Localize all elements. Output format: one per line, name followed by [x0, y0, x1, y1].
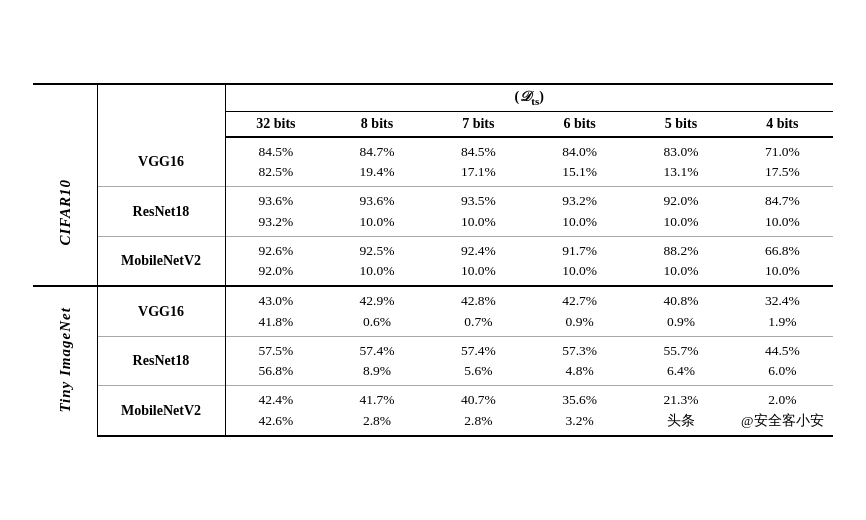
data-cell: 35.6%3.2%: [529, 386, 630, 436]
data-cell: 71.0%17.5%: [732, 137, 833, 187]
network-cell: ResNet18: [97, 187, 225, 237]
col-4bits: 4 bits: [732, 111, 833, 137]
data-cell: 84.0%15.1%: [529, 137, 630, 187]
data-cell: 55.7%6.4%: [630, 336, 731, 386]
data-cell: 93.6%93.2%: [225, 187, 326, 237]
data-cell: 57.5%56.8%: [225, 336, 326, 386]
data-cell: 84.5%82.5%: [225, 137, 326, 187]
data-cell: 93.2%10.0%: [529, 187, 630, 237]
network-cell: ResNet18: [97, 336, 225, 386]
table-row: MobileNetV292.6%92.0%92.5%10.0%92.4%10.0…: [33, 236, 833, 286]
table-row: ResNet1857.5%56.8%57.4%8.9%57.4%5.6%57.3…: [33, 336, 833, 386]
data-cell: 93.5%10.0%: [428, 187, 529, 237]
data-cell: 21.3%头条: [630, 386, 731, 436]
network-cell: MobileNetV2: [97, 386, 225, 436]
network-cell: VGG16: [97, 137, 225, 187]
data-cell: 84.7%19.4%: [326, 137, 427, 187]
dataset-cell-cifar10: CIFAR10: [33, 137, 97, 287]
data-cell: 91.7%10.0%: [529, 236, 630, 286]
data-cell: 83.0%13.1%: [630, 137, 731, 187]
data-cell: 92.6%92.0%: [225, 236, 326, 286]
data-cell: 40.8%0.9%: [630, 286, 731, 336]
col-32bits: 32 bits: [225, 111, 326, 137]
data-cell: 44.5%6.0%: [732, 336, 833, 386]
data-cell: 42.7%0.9%: [529, 286, 630, 336]
data-cell: 92.5%10.0%: [326, 236, 427, 286]
data-cell: 57.4%8.9%: [326, 336, 427, 386]
dataset-cell-tiny-imagenet: Tiny ImageNet: [33, 286, 97, 436]
data-cell: 32.4%1.9%: [732, 286, 833, 336]
data-cell: 66.8%10.0%: [732, 236, 833, 286]
data-cell: 40.7%2.8%: [428, 386, 529, 436]
table-row: MobileNetV242.4%42.6%41.7%2.8%40.7%2.8%3…: [33, 386, 833, 436]
data-cell: 41.7%2.8%: [326, 386, 427, 436]
data-cell: 42.9%0.6%: [326, 286, 427, 336]
col-7bits: 7 bits: [428, 111, 529, 137]
data-cell: 84.7%10.0%: [732, 187, 833, 237]
data-cell: 92.0%10.0%: [630, 187, 731, 237]
data-cell: 42.4%42.6%: [225, 386, 326, 436]
col-network-header: [97, 84, 225, 137]
data-cell: 93.6%10.0%: [326, 187, 427, 237]
table-row: Tiny ImageNetVGG1643.0%41.8%42.9%0.6%42.…: [33, 286, 833, 336]
data-cell: 57.3%4.8%: [529, 336, 630, 386]
accuracy-math: 𝒟ts: [519, 89, 539, 104]
data-cell: 2.0%@安全客小安: [732, 386, 833, 436]
table-wrapper: (𝒟ts) 32 bits 8 bits 7 bits 6 bits 5 bit…: [3, 63, 863, 457]
table-row: ResNet1893.6%93.2%93.6%10.0%93.5%10.0%93…: [33, 187, 833, 237]
data-cell: 88.2%10.0%: [630, 236, 731, 286]
col-6bits: 6 bits: [529, 111, 630, 137]
accuracy-header: (𝒟ts): [225, 84, 833, 111]
col-dataset-header: [33, 84, 97, 137]
col-8bits: 8 bits: [326, 111, 427, 137]
col-5bits: 5 bits: [630, 111, 731, 137]
data-cell: 84.5%17.1%: [428, 137, 529, 187]
table-row: CIFAR10VGG1684.5%82.5%84.7%19.4%84.5%17.…: [33, 137, 833, 187]
data-cell: 43.0%41.8%: [225, 286, 326, 336]
header-row-main: (𝒟ts): [33, 84, 833, 111]
data-cell: 92.4%10.0%: [428, 236, 529, 286]
network-cell: VGG16: [97, 286, 225, 336]
data-cell: 57.4%5.6%: [428, 336, 529, 386]
results-table: (𝒟ts) 32 bits 8 bits 7 bits 6 bits 5 bit…: [33, 83, 833, 437]
network-cell: MobileNetV2: [97, 236, 225, 286]
data-cell: 42.8%0.7%: [428, 286, 529, 336]
